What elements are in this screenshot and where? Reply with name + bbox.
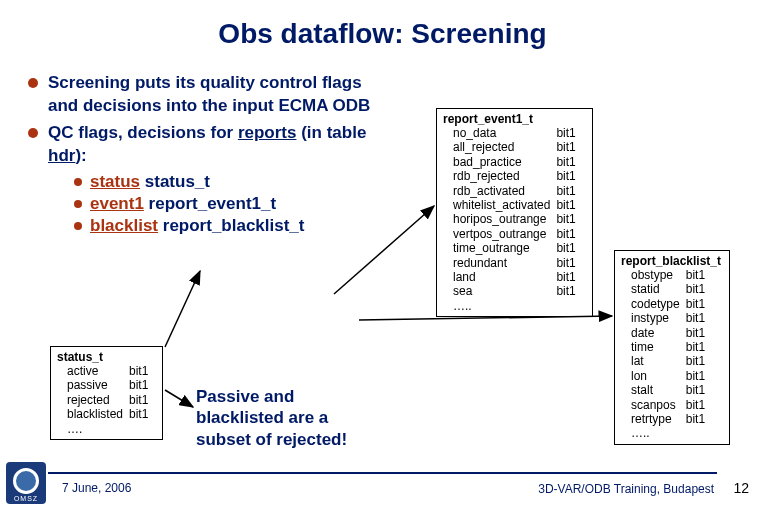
table-row: staltbit1: [621, 383, 711, 397]
page-number: 12: [733, 480, 749, 496]
bullet-1: Screening puts its quality control flags…: [28, 72, 394, 118]
table-row: all_rejectedbit1: [443, 140, 582, 154]
table-row: datebit1: [621, 326, 711, 340]
table-row: landbit1: [443, 270, 582, 284]
table-row: timebit1: [621, 340, 711, 354]
blacklist-table: obstypebit1statidbit1codetypebit1instype…: [621, 268, 711, 441]
footer-date: 7 June, 2006: [62, 481, 131, 495]
bullet-dot-icon: [74, 222, 82, 230]
subbullet-blacklist: blacklist report_blacklist_t: [74, 216, 394, 236]
blacklist-box-title: report_blacklist_t: [621, 254, 721, 268]
page-title: Obs dataflow: Screening: [14, 18, 751, 50]
table-row: codetypebit1: [621, 297, 711, 311]
bullet-dot-icon: [74, 178, 82, 186]
table-row: time_outrangebit1: [443, 241, 582, 255]
note-text: Passive and blacklisted are a subset of …: [196, 386, 386, 450]
table-row: latbit1: [621, 354, 711, 368]
table-row: blacklistedbit1: [57, 407, 154, 421]
table-row: passivebit1: [57, 378, 154, 392]
bullet-2-text: QC flags, decisions for reports (in tabl…: [48, 122, 394, 168]
event-box: report_event1_t no_databit1all_rejectedb…: [436, 108, 593, 317]
bullet-1-text: Screening puts its quality control flags…: [48, 72, 394, 118]
svg-line-0: [165, 271, 200, 347]
table-row: rejectedbit1: [57, 393, 154, 407]
footer-rule: [48, 472, 717, 474]
table-row: lonbit1: [621, 369, 711, 383]
table-row: no_databit1: [443, 126, 582, 140]
content-area: Screening puts its quality control flags…: [14, 72, 751, 238]
table-row: rdb_activatedbit1: [443, 184, 582, 198]
table-row: statidbit1: [621, 282, 711, 296]
bullet-dot-icon: [28, 78, 38, 88]
table-row: ….: [57, 422, 154, 436]
bullet-dot-icon: [74, 200, 82, 208]
table-row: rdb_rejectedbit1: [443, 169, 582, 183]
table-row: seabit1: [443, 284, 582, 298]
bullet-list: Screening puts its quality control flags…: [14, 72, 394, 238]
table-row: vertpos_outrangebit1: [443, 227, 582, 241]
footer: 7 June, 2006 3D-VAR/ODB Training, Budape…: [0, 472, 765, 502]
table-row: horipos_outrangebit1: [443, 212, 582, 226]
table-row: …..: [443, 299, 582, 313]
bullet-dot-icon: [28, 128, 38, 138]
table-row: retrtypebit1: [621, 412, 711, 426]
subbullet-status: status status_t: [74, 172, 394, 192]
table-row: obstypebit1: [621, 268, 711, 282]
subbullet-event1: event1 report_event1_t: [74, 194, 394, 214]
status-box: status_t activebit1passivebit1rejectedbi…: [50, 346, 163, 440]
status-box-title: status_t: [57, 350, 154, 364]
table-row: instypebit1: [621, 311, 711, 325]
table-row: bad_practicebit1: [443, 155, 582, 169]
slide: Obs dataflow: Screening Screening puts i…: [0, 0, 765, 510]
event-box-title: report_event1_t: [443, 112, 582, 126]
table-row: activebit1: [57, 364, 154, 378]
bullet-2: QC flags, decisions for reports (in tabl…: [28, 122, 394, 168]
status-table: activebit1passivebit1rejectedbit1blackli…: [57, 364, 154, 436]
table-row: scanposbit1: [621, 398, 711, 412]
event-table: no_databit1all_rejectedbit1bad_practiceb…: [443, 126, 582, 313]
blacklist-box: report_blacklist_t obstypebit1statidbit1…: [614, 250, 730, 445]
table-row: whitelist_activatedbit1: [443, 198, 582, 212]
footer-course: 3D-VAR/ODB Training, Budapest: [538, 482, 714, 496]
table-row: …..: [621, 426, 711, 440]
svg-line-1: [165, 390, 193, 407]
table-row: redundantbit1: [443, 256, 582, 270]
